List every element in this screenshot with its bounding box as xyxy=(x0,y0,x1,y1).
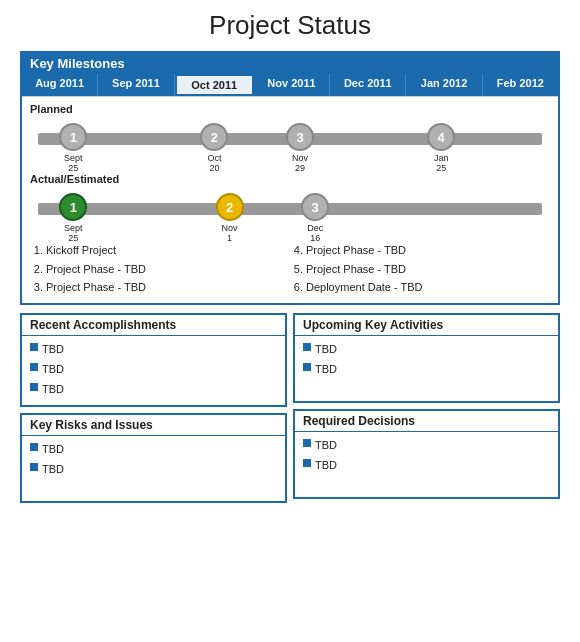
bottom-grid: Recent Accomplishments TBDTBDTBD Key Ris… xyxy=(20,313,560,503)
upcoming-body: TBDTBD xyxy=(295,336,558,386)
list-item: Project Phase - TBD xyxy=(46,260,290,279)
bullet-icon xyxy=(303,459,311,467)
list-item: TBD xyxy=(30,380,277,400)
km-header: Key Milestones xyxy=(22,53,558,74)
planned-label: Planned xyxy=(30,103,550,115)
month-cell: Nov 2011 xyxy=(254,74,330,96)
list-item: TBD xyxy=(30,360,277,380)
risks-body: TBDTBD xyxy=(22,436,285,486)
page-title: Project Status xyxy=(20,10,560,41)
bullet-icon xyxy=(30,443,38,451)
list-item: TBD xyxy=(30,440,277,460)
month-cell: Dec 2011 xyxy=(330,74,406,96)
list-item: TBD xyxy=(303,456,550,476)
planned-section: Planned 1Sept 252Oct 203Nov 294Jan 25 xyxy=(22,97,558,167)
list-item: Deployment Date - TBD xyxy=(306,278,550,297)
milestone-date-label: Nov 1 xyxy=(222,223,238,243)
list-item: TBD xyxy=(30,340,277,360)
actual-label: Actual/Estimated xyxy=(30,173,550,185)
list-item: Project Phase - TBD xyxy=(306,260,550,279)
key-risks-box: Key Risks and Issues TBDTBD xyxy=(20,413,287,503)
bullet-icon xyxy=(30,343,38,351)
milestone-node: 2 xyxy=(216,193,244,221)
bullet-icon xyxy=(303,439,311,447)
month-cell: Oct 2011 xyxy=(175,74,254,96)
month-cell: Aug 2011 xyxy=(22,74,98,96)
milestone-list-right-ol: Project Phase - TBDProject Phase - TBDDe… xyxy=(290,241,550,297)
recent-header: Recent Accomplishments xyxy=(22,315,285,336)
actual-section: Actual/Estimated 1Sept 252Nov 13Dec 16 xyxy=(22,167,558,237)
month-cell: Feb 2012 xyxy=(483,74,558,96)
recent-accomplishments-box: Recent Accomplishments TBDTBDTBD xyxy=(20,313,287,407)
month-cell: Jan 2012 xyxy=(406,74,482,96)
right-col: Upcoming Key Activities TBDTBD Required … xyxy=(293,313,560,503)
bullet-icon xyxy=(30,383,38,391)
milestone-node: 3 xyxy=(301,193,329,221)
planned-track: 1Sept 252Oct 203Nov 294Jan 25 xyxy=(38,119,542,159)
risks-header: Key Risks and Issues xyxy=(22,415,285,436)
decisions-header: Required Decisions xyxy=(295,411,558,432)
milestone-date-label: Sept 25 xyxy=(64,223,83,243)
decisions-box: Required Decisions TBDTBD xyxy=(293,409,560,499)
milestone-date-label: Dec 16 xyxy=(307,223,323,243)
list-item: TBD xyxy=(30,460,277,480)
left-col: Recent Accomplishments TBDTBDTBD Key Ris… xyxy=(20,313,287,503)
list-item: TBD xyxy=(303,436,550,456)
decisions-body: TBDTBD xyxy=(295,432,558,482)
milestone-node: 4 xyxy=(427,123,455,151)
milestone-list-right: Project Phase - TBDProject Phase - TBDDe… xyxy=(290,241,550,297)
actual-track: 1Sept 252Nov 13Dec 16 xyxy=(38,189,542,229)
bullet-icon xyxy=(30,363,38,371)
upcoming-header: Upcoming Key Activities xyxy=(295,315,558,336)
milestone-list: Kickoff ProjectProject Phase - TBDProjec… xyxy=(22,237,558,303)
milestone-node: 2 xyxy=(200,123,228,151)
milestone-list-left-ol: Kickoff ProjectProject Phase - TBDProjec… xyxy=(30,241,290,297)
key-milestones-box: Key Milestones Aug 2011Sep 2011Oct 2011N… xyxy=(20,51,560,305)
actual-bar xyxy=(38,203,542,215)
milestone-node: 1 xyxy=(59,123,87,151)
bullet-icon xyxy=(303,343,311,351)
milestone-node: 1 xyxy=(59,193,87,221)
list-item: TBD xyxy=(303,340,550,360)
milestone-list-left: Kickoff ProjectProject Phase - TBDProjec… xyxy=(30,241,290,297)
recent-body: TBDTBDTBD xyxy=(22,336,285,405)
milestone-node: 3 xyxy=(286,123,314,151)
list-item: Project Phase - TBD xyxy=(46,278,290,297)
list-item: Kickoff Project xyxy=(46,241,290,260)
bullet-icon xyxy=(30,463,38,471)
upcoming-box: Upcoming Key Activities TBDTBD xyxy=(293,313,560,403)
list-item: Project Phase - TBD xyxy=(306,241,550,260)
bullet-icon xyxy=(303,363,311,371)
month-row: Aug 2011Sep 2011Oct 2011Nov 2011Dec 2011… xyxy=(22,74,558,97)
list-item: TBD xyxy=(303,360,550,380)
month-cell: Sep 2011 xyxy=(98,74,174,96)
